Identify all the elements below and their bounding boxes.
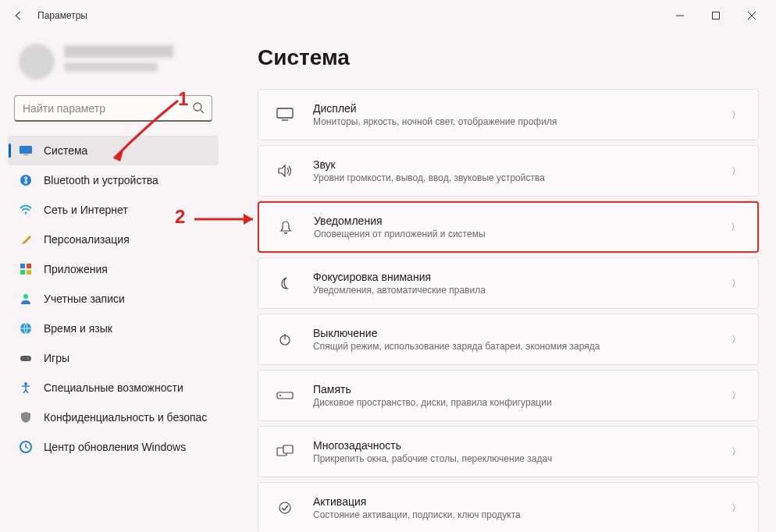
sidebar-item-gaming[interactable]: Игры bbox=[8, 343, 219, 373]
card-desc: Состояние активации, подписки, ключ прод… bbox=[313, 509, 521, 520]
svg-rect-13 bbox=[27, 270, 31, 275]
card-title: Фокусировка внимания bbox=[313, 271, 486, 283]
card-desc: Оповещения от приложений и системы bbox=[314, 229, 486, 239]
chevron-right-icon: 〉 bbox=[732, 277, 741, 290]
maximize-button[interactable] bbox=[698, 3, 734, 28]
chevron-right-icon: 〉 bbox=[732, 445, 741, 459]
back-button[interactable] bbox=[6, 3, 31, 28]
svg-rect-1 bbox=[713, 12, 720, 20]
sidebar-item-label: Приложения bbox=[44, 263, 108, 275]
svg-rect-6 bbox=[20, 146, 32, 154]
card-desc: Уровни громкости, вывод, ввод, звуковые … bbox=[313, 172, 545, 183]
wifi-icon bbox=[19, 203, 33, 217]
nav-list: Система Bluetooth и устройства Сеть и Ин… bbox=[8, 136, 219, 462]
svg-point-18 bbox=[27, 358, 29, 360]
svg-point-19 bbox=[24, 382, 27, 385]
sidebar-item-label: Время и язык bbox=[44, 322, 112, 335]
card-desc: Уведомления, автоматические правила bbox=[313, 285, 486, 296]
svg-point-14 bbox=[23, 294, 28, 299]
svg-point-4 bbox=[194, 103, 201, 111]
svg-point-29 bbox=[279, 502, 290, 513]
username-redacted bbox=[64, 45, 173, 58]
card-notifications[interactable]: УведомленияОповещения от приложений и си… bbox=[258, 201, 759, 253]
sidebar-item-label: Bluetooth и устройства bbox=[44, 174, 158, 186]
sidebar-item-label: Персонализация bbox=[44, 233, 130, 246]
chevron-right-icon: 〉 bbox=[732, 389, 741, 403]
card-desc: Прикрепить окна, рабочие столы, переключ… bbox=[313, 453, 552, 464]
bluetooth-icon bbox=[19, 173, 33, 187]
window-title: Параметры bbox=[37, 10, 87, 21]
sidebar-item-privacy[interactable]: Конфиденциальность и безопас bbox=[8, 403, 219, 432]
svg-rect-7 bbox=[23, 154, 28, 155]
card-storage[interactable]: ПамятьДисковое пространство, диски, прав… bbox=[258, 370, 759, 421]
sidebar-item-personalization[interactable]: Персонализация bbox=[8, 225, 219, 254]
update-icon bbox=[19, 440, 33, 454]
page-title: Система bbox=[258, 45, 759, 70]
sidebar-item-accounts[interactable]: Учетные записи bbox=[8, 284, 219, 314]
paintbrush-icon bbox=[19, 232, 33, 246]
check-shield-icon bbox=[276, 500, 294, 516]
sidebar-item-label: Учетные записи bbox=[44, 293, 125, 305]
close-button[interactable] bbox=[734, 3, 770, 28]
search-box[interactable] bbox=[14, 95, 212, 122]
card-multitasking[interactable]: МногозадачностьПрикрепить окна, рабочие … bbox=[258, 426, 759, 477]
svg-rect-21 bbox=[277, 108, 293, 118]
email-redacted bbox=[64, 62, 158, 72]
globe-clock-icon bbox=[19, 321, 33, 335]
sidebar-item-accessibility[interactable]: Специальные возможности bbox=[8, 373, 219, 403]
svg-rect-12 bbox=[20, 270, 25, 275]
svg-point-26 bbox=[279, 395, 281, 396]
chevron-right-icon: 〉 bbox=[732, 502, 741, 515]
svg-point-9 bbox=[25, 212, 27, 215]
card-desc: Дисковое пространство, диски, правила ко… bbox=[313, 397, 552, 408]
card-title: Дисплей bbox=[313, 102, 557, 115]
card-title: Звук bbox=[313, 158, 545, 171]
card-power[interactable]: ВыключениеСпящий режим, использование за… bbox=[258, 314, 759, 365]
sidebar-item-bluetooth[interactable]: Bluetooth и устройства bbox=[8, 165, 219, 195]
card-title: Многозадачность bbox=[313, 439, 552, 452]
speaker-icon bbox=[276, 164, 294, 178]
card-desc: Спящий режим, использование заряда батар… bbox=[313, 341, 600, 352]
titlebar: Параметры bbox=[0, 0, 776, 31]
svg-rect-11 bbox=[27, 264, 31, 268]
sidebar-item-windows-update[interactable]: Центр обновления Windows bbox=[8, 432, 219, 462]
monitor-icon bbox=[276, 108, 294, 122]
shield-icon bbox=[19, 410, 33, 424]
gamepad-icon bbox=[19, 351, 33, 365]
user-profile[interactable] bbox=[14, 39, 212, 86]
chevron-right-icon: 〉 bbox=[731, 221, 740, 234]
svg-point-17 bbox=[23, 358, 24, 360]
sidebar-item-label: Игры bbox=[44, 352, 69, 364]
search-icon bbox=[192, 101, 205, 117]
sidebar-item-label: Система bbox=[44, 144, 87, 157]
card-title: Уведомления bbox=[314, 215, 486, 227]
accessibility-icon bbox=[19, 381, 33, 395]
svg-line-5 bbox=[201, 110, 204, 113]
card-focus-assist[interactable]: Фокусировка вниманияУведомления, автомат… bbox=[258, 257, 759, 309]
sidebar-item-label: Конфиденциальность и безопас bbox=[44, 411, 207, 424]
person-icon bbox=[19, 292, 33, 306]
card-display[interactable]: ДисплейМониторы, яркость, ночной свет, о… bbox=[258, 89, 759, 140]
chevron-right-icon: 〉 bbox=[732, 165, 741, 178]
sidebar-item-system[interactable]: Система bbox=[8, 136, 219, 165]
avatar bbox=[19, 44, 55, 80]
sidebar-item-label: Специальные возможности bbox=[44, 381, 183, 394]
multitask-icon bbox=[276, 445, 294, 459]
card-activation[interactable]: АктивацияСостояние активации, подписки, … bbox=[258, 482, 759, 532]
svg-rect-28 bbox=[283, 445, 293, 453]
card-title: Выключение bbox=[313, 327, 600, 339]
sidebar-item-apps[interactable]: Приложения bbox=[8, 254, 219, 284]
apps-icon bbox=[19, 262, 33, 276]
sidebar-item-network[interactable]: Сеть и Интернет bbox=[8, 195, 219, 225]
storage-icon bbox=[276, 390, 294, 401]
card-title: Память bbox=[313, 383, 552, 395]
main-content: Система ДисплейМониторы, яркость, ночной… bbox=[226, 31, 776, 532]
minimize-button[interactable] bbox=[662, 3, 698, 28]
bell-icon bbox=[276, 219, 295, 235]
card-desc: Мониторы, яркость, ночной свет, отображе… bbox=[313, 116, 557, 127]
chevron-right-icon: 〉 bbox=[732, 333, 741, 346]
sidebar-item-time-language[interactable]: Время и язык bbox=[8, 314, 219, 343]
card-sound[interactable]: ЗвукУровни громкости, вывод, ввод, звуко… bbox=[258, 145, 759, 197]
power-icon bbox=[276, 332, 294, 347]
search-input[interactable] bbox=[14, 95, 212, 122]
